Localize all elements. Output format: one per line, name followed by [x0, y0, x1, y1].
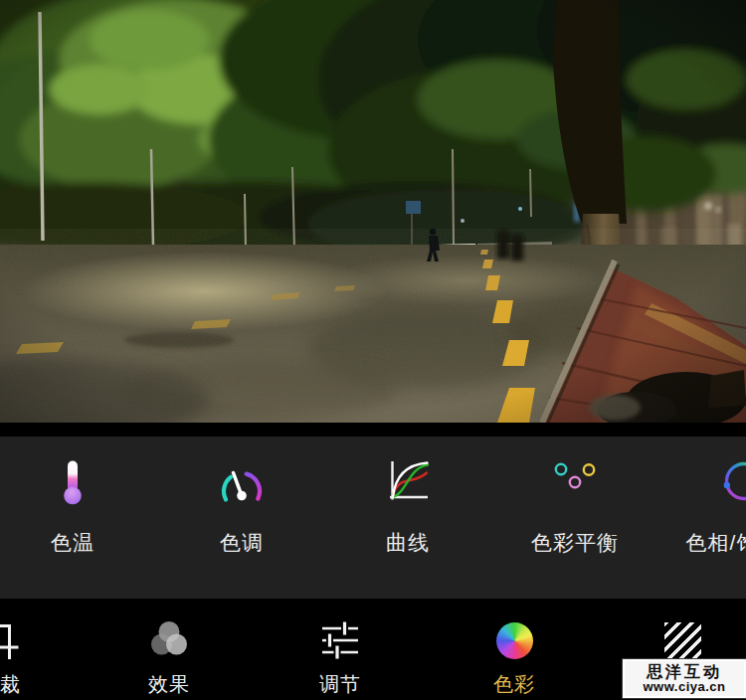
vertical-sliders-icon: [549, 456, 601, 508]
tool-label: 色彩平衡: [531, 529, 619, 557]
crop-icon: [0, 618, 22, 662]
tool-tone[interactable]: 色调: [172, 437, 311, 599]
tab-crop[interactable]: 剪裁: [0, 599, 60, 698]
thermometer-icon: [47, 456, 98, 508]
tool-label: 色温: [51, 529, 94, 557]
adjust-sliders-icon: [318, 618, 362, 662]
tab-label: 色彩: [493, 671, 535, 698]
tab-label: 效果: [148, 671, 190, 698]
color-wheel-icon: [492, 618, 536, 662]
photo-preview: [0, 0, 746, 423]
tab-label: 剪裁: [0, 671, 21, 698]
hue-ring-icon: [718, 456, 746, 508]
site-watermark: 思洋互动 www.ciya.cn: [623, 659, 746, 698]
watermark-url: www.ciya.cn: [643, 680, 725, 694]
watermark-name: 思洋互动: [647, 663, 722, 680]
tool-curves[interactable]: 曲线: [338, 437, 477, 599]
photo-vignette: [0, 0, 746, 423]
photo-editor-screen: 色温 色调: [0, 0, 746, 700]
tab-label: 调节: [319, 671, 361, 698]
color-tools-panel[interactable]: 色温 色调: [0, 437, 746, 599]
tab-effects[interactable]: 效果: [109, 599, 229, 698]
tool-label: 色调: [220, 529, 264, 557]
effects-circles-icon: [147, 618, 191, 662]
tool-color-balance[interactable]: 色彩平衡: [505, 437, 645, 599]
tool-color-temperature[interactable]: 色温: [3, 437, 142, 599]
tab-adjust[interactable]: 调节: [280, 599, 400, 698]
tool-label: 色相/饱和度: [686, 529, 746, 557]
tab-color[interactable]: 色彩: [455, 599, 574, 698]
curves-icon: [382, 456, 434, 508]
tool-label: 曲线: [386, 529, 430, 557]
gauge-icon: [216, 456, 268, 508]
tool-hue-saturation[interactable]: 色相/饱和度: [674, 437, 746, 599]
texture-stripes-icon: [660, 618, 704, 662]
